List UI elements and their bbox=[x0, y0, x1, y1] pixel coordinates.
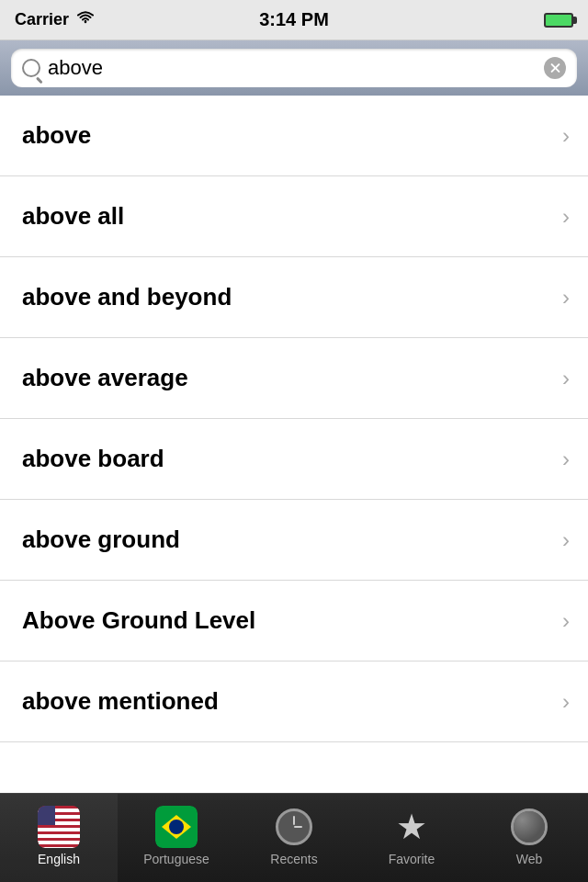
tab-recents[interactable]: Recents bbox=[235, 794, 353, 882]
tab-favorite[interactable]: ★ Favorite bbox=[353, 794, 470, 882]
search-icon bbox=[22, 59, 40, 77]
search-results-list: above › above all › above and beyond › a… bbox=[0, 96, 588, 742]
tab-web[interactable]: Web bbox=[470, 794, 588, 882]
chevron-right-icon: › bbox=[562, 608, 570, 634]
chevron-right-icon: › bbox=[562, 123, 570, 149]
carrier-label: Carrier bbox=[15, 10, 69, 29]
battery-area bbox=[544, 13, 573, 28]
wifi-icon bbox=[76, 11, 95, 29]
carrier-info: Carrier bbox=[15, 10, 95, 29]
list-item[interactable]: above › bbox=[0, 96, 588, 176]
item-label: above mentioned bbox=[22, 687, 219, 716]
web-icon bbox=[508, 806, 550, 848]
list-item[interactable]: Above Ground Level › bbox=[0, 581, 588, 662]
list-item[interactable]: above ground › bbox=[0, 500, 588, 581]
item-label: Above Ground Level bbox=[22, 606, 255, 635]
item-label: above all bbox=[22, 202, 124, 231]
recents-icon bbox=[273, 806, 315, 848]
chevron-right-icon: › bbox=[562, 366, 570, 391]
tab-web-label: Web bbox=[516, 852, 543, 866]
battery-icon bbox=[544, 13, 573, 28]
item-label: above average bbox=[22, 364, 188, 392]
tab-english[interactable]: English bbox=[0, 794, 118, 882]
chevron-right-icon: › bbox=[562, 204, 570, 230]
tab-bar: English Portuguese Recents ★ Favorite We… bbox=[0, 793, 588, 882]
chevron-right-icon: › bbox=[562, 285, 570, 311]
item-label: above board bbox=[22, 445, 164, 473]
list-item[interactable]: above and beyond › bbox=[0, 257, 588, 338]
tab-recents-label: Recents bbox=[270, 852, 317, 866]
status-time: 3:14 PM bbox=[259, 9, 329, 30]
favorite-icon: ★ bbox=[390, 806, 433, 848]
search-input[interactable] bbox=[48, 56, 537, 80]
list-item[interactable]: above average › bbox=[0, 338, 588, 419]
search-bar bbox=[0, 40, 588, 96]
tab-portuguese-label: Portuguese bbox=[143, 852, 209, 866]
tab-portuguese[interactable]: Portuguese bbox=[118, 794, 235, 882]
list-item[interactable]: above mentioned › bbox=[0, 662, 588, 742]
tab-favorite-label: Favorite bbox=[389, 852, 435, 866]
chevron-right-icon: › bbox=[562, 527, 570, 553]
chevron-right-icon: › bbox=[562, 447, 570, 472]
list-item[interactable]: above all › bbox=[0, 176, 588, 257]
status-bar: Carrier 3:14 PM bbox=[0, 0, 588, 40]
portuguese-flag-icon bbox=[155, 806, 198, 848]
list-item[interactable]: above board › bbox=[0, 419, 588, 500]
search-input-wrapper bbox=[11, 49, 577, 87]
english-flag-icon bbox=[38, 806, 80, 848]
tab-english-label: English bbox=[38, 852, 80, 866]
chevron-right-icon: › bbox=[562, 689, 570, 715]
clear-button[interactable] bbox=[544, 57, 566, 79]
item-label: above and beyond bbox=[22, 283, 232, 311]
item-label: above ground bbox=[22, 526, 180, 554]
item-label: above bbox=[22, 121, 91, 150]
